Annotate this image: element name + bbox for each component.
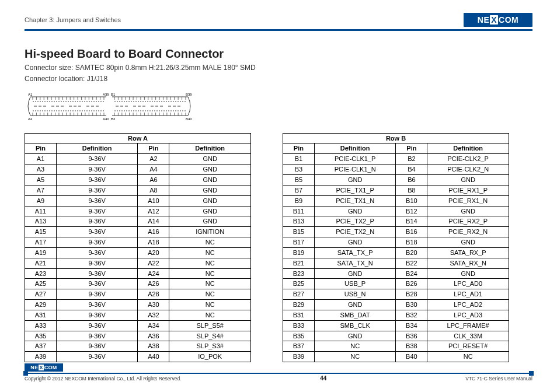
definition-cell: NC [169,289,251,300]
pin-cell: B1 [283,154,315,164]
definition-cell: NC [169,237,251,248]
definition-cell: PCIE_RX2_P [427,216,509,227]
copyright-text: Copyright © 2012 NEXCOM International Co… [25,376,181,382]
definition-cell: NC [169,279,251,289]
pin-cell: A15 [25,227,57,237]
pin-cell: A11 [25,206,57,216]
pin-cell: B30 [396,300,427,310]
pin-cell: B18 [396,237,427,248]
definition-cell: GND [169,216,251,227]
definition-cell: LPC_AD0 [427,279,509,289]
definition-cell: GND [314,237,396,248]
definition-cell: 9-36V [56,341,138,352]
pin-cell: A7 [25,185,57,195]
pin-cell: B13 [283,216,315,227]
definition-cell: SLP_S4# [169,331,251,341]
svg-text:B2: B2 [111,117,116,121]
definition-cell: GND [169,174,251,185]
definition-cell: USB_N [314,289,396,300]
chapter-label: Chapter 3: Jumpers and Switches [25,16,121,23]
pin-cell: A39 [25,352,57,362]
definition-cell: NC [314,341,396,352]
definition-cell: PCIE-CLK2_P [427,154,509,164]
definition-cell: GND [314,206,396,216]
table-row: B35GNDB36CLK_33M [283,331,509,341]
table-row: A319-36VA32NC [25,310,251,320]
pin-cell: B37 [283,341,315,352]
definition-cell: LPC_AD3 [427,310,509,320]
pin-cell: B20 [396,247,427,258]
definition-cell: 9-36V [56,216,138,227]
table-row-b: Row B Pin Definition Pin Definition B1PC… [283,133,509,363]
pin-cell: B3 [283,164,315,175]
pin-cell: A34 [138,320,169,331]
pin-cell: A5 [25,174,57,185]
pin-cell: B34 [396,320,427,331]
pin-cell: B16 [396,227,427,237]
pin-cell: A1 [25,154,57,164]
definition-cell: SMB_DAT [314,310,396,320]
definition-cell: 9-36V [56,195,138,206]
pin-cell: B6 [396,174,427,185]
table-row: A79-36VA8GND [25,185,251,195]
svg-text:B40: B40 [186,117,192,121]
pin-cell: B35 [283,331,315,341]
definition-cell: GND [169,164,251,175]
pin-cell: B5 [283,174,315,185]
pin-cell: A37 [25,341,57,352]
table-row: B25USB_PB26LPC_AD0 [283,279,509,289]
definition-cell: NC [427,352,509,362]
table-row: B19SATA_TX_PB20SATA_RX_P [283,247,509,258]
pin-cell: A24 [138,268,169,279]
table-row-a: Row A Pin Definition Pin Definition A19-… [25,133,251,363]
pin-cell: A14 [138,216,169,227]
table-row: B23GNDB24GND [283,268,509,279]
table-row: A379-36VA38SLP_S3# [25,341,251,352]
pin-cell: B19 [283,247,315,258]
definition-cell: SATA_RX_P [427,247,509,258]
table-row: B5GNDB6GND [283,174,509,185]
definition-cell: SLP_S3# [169,341,251,352]
svg-text:A39: A39 [103,93,109,96]
table-row: B31SMB_DATB32LPC_AD3 [283,310,509,320]
page-number: 44 [320,375,326,382]
section-title: Hi-speed Board to Board Connector [25,47,532,61]
definition-cell: LPC_FRAME# [427,320,509,331]
pin-cell: B26 [396,279,427,289]
pin-cell: A2 [138,154,169,164]
pin-cell: A23 [25,268,57,279]
pin-cell: B27 [283,289,315,300]
pin-cell: A3 [25,164,57,175]
table-row: A219-36VA22NC [25,258,251,268]
definition-cell: PCI_RESET# [427,341,509,352]
definition-cell: SATA_TX_P [314,247,396,258]
definition-cell: GND [314,300,396,310]
table-row: B9PCIE_TX1_NB10PCIE_RX1_N [283,195,509,206]
pin-cell: A17 [25,237,57,248]
pinout-tables: Row A Pin Definition Pin Definition A19-… [25,133,532,363]
pin-cell: B38 [396,341,427,352]
definition-cell: GND [314,268,396,279]
table-row: A299-36VA30NC [25,300,251,310]
table-row: B39NCB40NC [283,352,509,362]
pin-cell: B7 [283,185,315,195]
pin-cell: B32 [396,310,427,320]
pin-cell: A26 [138,279,169,289]
svg-text:B39: B39 [186,93,192,96]
pin-cell: B23 [283,268,315,279]
table-row: A139-36VA14GND [25,216,251,227]
pin-cell: A6 [138,174,169,185]
definition-cell: 9-36V [56,258,138,268]
definition-cell: LPC_AD1 [427,289,509,300]
footer-brand-logo: NEXCOM [25,363,63,372]
pin-cell: A16 [138,227,169,237]
doc-title: VTC 71-C Series User Manual [465,376,532,382]
table-row: A259-36VA26NC [25,279,251,289]
table-row: A19-36VA2GND [25,154,251,164]
definition-cell: 9-36V [56,331,138,341]
pin-cell: A29 [25,300,57,310]
pin-cell: A40 [138,352,169,362]
pin-cell: A30 [138,300,169,310]
definition-cell: PCIE_TX2_N [314,227,396,237]
table-row: B3PCIE-CLK1_NB4PCIE-CLK2_N [283,164,509,175]
